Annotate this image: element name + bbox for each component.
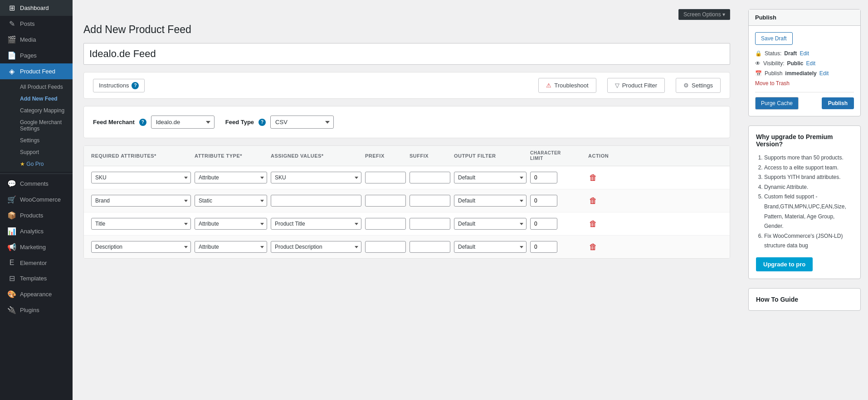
- table-header: REQUIRED ATTRIBUTES* ATTRIBUTE TYPE* ASS…: [84, 146, 730, 166]
- sidebar-item-plugins[interactable]: 🔌 Plugins: [0, 302, 73, 318]
- purge-cache-button[interactable]: Purge Cache: [755, 97, 799, 110]
- required-attr-select-4[interactable]: Description: [91, 241, 191, 253]
- feed-type-help-icon[interactable]: ?: [258, 119, 266, 126]
- table-row: SKU Attribute SKU: [84, 166, 730, 189]
- feed-type-select[interactable]: CSV: [270, 116, 334, 129]
- sidebar-item-products[interactable]: 📦 Products: [0, 207, 73, 223]
- attributes-table: REQUIRED ATTRIBUTES* ATTRIBUTE TYPE* ASS…: [83, 145, 730, 259]
- sidebar-item-appearance[interactable]: 🎨 Appearance: [0, 286, 73, 302]
- prefix-input-4[interactable]: [365, 241, 406, 253]
- suffix-input-3[interactable]: [410, 218, 450, 230]
- sidebar-item-pages[interactable]: 📄 Pages: [0, 48, 73, 63]
- pages-icon: 📄: [7, 51, 16, 60]
- tab-product-filter[interactable]: ▽ Product Filter: [607, 78, 665, 93]
- assigned-val-select-3[interactable]: Product Title: [271, 218, 361, 230]
- sidebar-item-marketing[interactable]: 📢 Marketing: [0, 239, 73, 255]
- char-limit-input-3[interactable]: [530, 218, 557, 230]
- required-attr-select-2[interactable]: Brand: [91, 195, 191, 207]
- required-attr-cell: Description: [91, 241, 191, 253]
- sidebar-sub-settings[interactable]: Settings: [0, 135, 73, 146]
- visibility-edit-link[interactable]: Edit: [806, 60, 815, 67]
- output-filter-select-3[interactable]: Default: [454, 218, 527, 230]
- delete-row-button-2[interactable]: 🗑: [588, 195, 598, 207]
- tab-troubleshoot[interactable]: ⚠ Troubleshoot: [538, 78, 596, 93]
- prefix-input-3[interactable]: [365, 218, 406, 230]
- appearance-icon: 🎨: [7, 290, 16, 299]
- sidebar-item-dashboard[interactable]: ⊞ Dashboard: [0, 0, 73, 16]
- attr-type-select-2[interactable]: Static: [195, 195, 267, 207]
- sidebar-sub-support[interactable]: Support: [0, 146, 73, 158]
- char-limit-cell: [530, 195, 585, 207]
- output-filter-cell: Default: [454, 195, 527, 207]
- sidebar-item-media[interactable]: 🎬 Media: [0, 32, 73, 48]
- publish-edit-link[interactable]: Edit: [819, 70, 829, 77]
- screen-options-button[interactable]: Screen Options ▾: [678, 9, 730, 20]
- suffix-input-4[interactable]: [410, 241, 450, 253]
- prefix-cell: [365, 195, 406, 207]
- tab-instructions[interactable]: Instructions ?: [93, 79, 145, 92]
- required-attr-select-1[interactable]: SKU: [91, 172, 191, 183]
- char-limit-input-4[interactable]: [530, 241, 557, 253]
- assigned-val-select-4[interactable]: Product Description: [271, 241, 361, 253]
- sidebar-item-analytics[interactable]: 📊 Analytics: [0, 223, 73, 239]
- output-filter-select-1[interactable]: Default: [454, 172, 527, 183]
- upgrade-box: Why upgrade to Premium Version? Supports…: [748, 125, 861, 279]
- output-filter-select-2[interactable]: Default: [454, 195, 527, 207]
- sidebar-divider-1: [0, 173, 73, 174]
- merchant-select[interactable]: Idealo.de: [151, 116, 215, 129]
- prefix-cell: [365, 172, 406, 183]
- lock-icon: 🔒: [755, 50, 762, 57]
- sidebar-sub-google-merchant[interactable]: Google Merchant Settings: [0, 116, 73, 135]
- sidebar-item-posts[interactable]: ✎ Posts: [0, 16, 73, 32]
- required-attr-select-3[interactable]: Title: [91, 218, 191, 230]
- suffix-input-1[interactable]: [410, 172, 450, 183]
- trash-icon: 🗑: [589, 219, 597, 228]
- sidebar-item-elementor[interactable]: E Elementor: [0, 255, 73, 270]
- delete-row-button-3[interactable]: 🗑: [588, 218, 598, 230]
- sidebar-item-templates[interactable]: ⊟ Templates: [0, 270, 73, 286]
- attr-type-cell: Attribute: [195, 241, 267, 253]
- status-edit-link[interactable]: Edit: [800, 50, 809, 57]
- sidebar-item-label: Products: [20, 212, 43, 219]
- tab-settings[interactable]: ⚙ Settings: [676, 78, 721, 93]
- assigned-val-input-2[interactable]: [271, 195, 361, 207]
- char-limit-input-2[interactable]: [530, 195, 557, 207]
- move-to-trash-link[interactable]: Move to Trash: [755, 80, 854, 87]
- col-required: REQUIRED ATTRIBUTES*: [91, 153, 191, 159]
- attr-type-select-4[interactable]: Attribute: [195, 241, 267, 253]
- required-attr-cell: SKU: [91, 172, 191, 183]
- sidebar-item-label: Elementor: [20, 260, 47, 266]
- suffix-input-2[interactable]: [410, 195, 450, 207]
- merchant-help-icon[interactable]: ?: [139, 119, 146, 126]
- output-filter-cell: Default: [454, 218, 527, 230]
- sidebar-sub-add-new[interactable]: Add New Feed: [0, 93, 73, 105]
- prefix-input-1[interactable]: [365, 172, 406, 183]
- assigned-val-select-1[interactable]: SKU: [271, 172, 361, 183]
- publish-button[interactable]: Publish: [822, 97, 854, 109]
- feed-type-field: Feed Type ? CSV: [225, 116, 334, 129]
- sidebar-sub-category-mapping[interactable]: Category Mapping: [0, 105, 73, 116]
- sidebar-sub-go-pro[interactable]: ★ Go Pro: [0, 158, 73, 170]
- status-meta: 🔒 Status: Draft Edit: [755, 50, 854, 57]
- prefix-input-2[interactable]: [365, 195, 406, 207]
- help-icon[interactable]: ?: [132, 82, 139, 89]
- product-feed-icon: ◈: [7, 67, 16, 76]
- save-draft-button[interactable]: Save Draft: [755, 32, 793, 45]
- assigned-val-cell: Product Title: [271, 218, 361, 230]
- attr-type-select-3[interactable]: Attribute: [195, 218, 267, 230]
- sidebar-item-woocommerce[interactable]: 🛒 WooCommerce: [0, 192, 73, 207]
- sidebar-item-comments[interactable]: 💬 Comments: [0, 176, 73, 192]
- attr-type-cell: Attribute: [195, 172, 267, 183]
- col-action: ACTION: [588, 153, 615, 159]
- output-filter-select-4[interactable]: Default: [454, 241, 527, 253]
- delete-row-button-4[interactable]: 🗑: [588, 241, 598, 253]
- upgrade-button[interactable]: Upgrade to pro: [756, 257, 813, 271]
- delete-row-button-1[interactable]: 🗑: [588, 172, 598, 183]
- col-output-filter: OUTPUT FILTER: [454, 153, 527, 159]
- char-limit-input-1[interactable]: [530, 172, 557, 183]
- sidebar-item-product-feed[interactable]: ◈ Product Feed: [0, 63, 73, 79]
- woocommerce-icon: 🛒: [7, 195, 16, 204]
- attr-type-select-1[interactable]: Attribute: [195, 172, 267, 183]
- feed-title-input[interactable]: [83, 43, 730, 65]
- sidebar-sub-all-feeds[interactable]: All Product Feeds: [0, 81, 73, 93]
